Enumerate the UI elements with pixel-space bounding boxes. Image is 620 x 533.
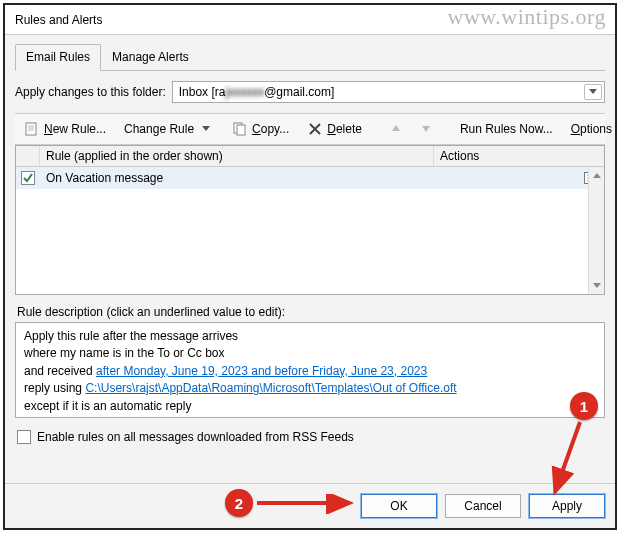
chevron-down-icon[interactable] <box>584 84 602 100</box>
folder-value: Inbox [rajxxxxxx@gmail.com] <box>179 85 335 99</box>
scroll-up-icon <box>593 173 601 179</box>
tab-email-rules[interactable]: Email Rules <box>15 44 101 71</box>
rule-list-header: Rule (applied in the order shown) Action… <box>16 146 604 167</box>
column-rule-header[interactable]: Rule (applied in the order shown) <box>40 146 434 166</box>
desc-line3: and received after Monday, June 19, 2023… <box>24 363 596 380</box>
run-rules-now-button[interactable]: Run Rules Now... <box>453 119 560 139</box>
copy-rule-button[interactable]: Copy... <box>225 118 296 140</box>
dialog-footer: OK Cancel Apply <box>5 483 615 528</box>
dialog-content: Email Rules Manage Alerts Apply changes … <box>5 35 615 483</box>
table-row[interactable]: On Vacation message <box>16 167 604 189</box>
options-button[interactable]: Options <box>564 119 619 139</box>
window-title: Rules and Alerts <box>15 13 102 27</box>
chevron-down-icon <box>198 121 214 137</box>
rule-checked-icon[interactable] <box>20 170 36 186</box>
vertical-scrollbar[interactable] <box>588 168 604 294</box>
desc-line1: Apply this rule after the message arrive… <box>24 328 596 345</box>
arrow-up-icon <box>388 121 404 137</box>
scroll-down-icon <box>593 283 601 289</box>
rule-list: Rule (applied in the order shown) Action… <box>15 145 605 295</box>
rules-and-alerts-dialog: Rules and Alerts Email Rules Manage Aler… <box>3 3 617 530</box>
desc-line5: except if it is an automatic reply <box>24 398 596 415</box>
titlebar: Rules and Alerts <box>5 5 615 35</box>
column-actions-header[interactable]: Actions <box>434 146 604 166</box>
desc-line2: where my name is in the To or Cc box <box>24 345 596 362</box>
copy-icon <box>232 121 248 137</box>
folder-label: Apply changes to this folder: <box>15 85 166 99</box>
apply-button[interactable]: Apply <box>529 494 605 518</box>
template-path-link[interactable]: C:\Users\rajst\AppData\Roaming\Microsoft… <box>85 381 456 395</box>
arrow-down-icon <box>418 121 434 137</box>
new-rule-button[interactable]: New Rule... <box>17 118 113 140</box>
cancel-button[interactable]: Cancel <box>445 494 521 518</box>
svg-rect-0 <box>26 123 36 135</box>
new-rule-icon <box>24 121 40 137</box>
desc-line4: reply using C:\Users\rajst\AppData\Roami… <box>24 380 596 397</box>
rules-toolbar: New Rule... Change Rule Copy... Delete <box>15 113 605 145</box>
rule-name: On Vacation message <box>40 171 434 185</box>
folder-row: Apply changes to this folder: Inbox [raj… <box>15 81 605 103</box>
svg-rect-5 <box>237 125 245 135</box>
delete-rule-button[interactable]: Delete <box>300 118 369 140</box>
folder-dropdown[interactable]: Inbox [rajxxxxxx@gmail.com] <box>172 81 605 103</box>
tab-strip: Email Rules Manage Alerts <box>15 43 605 71</box>
delete-icon <box>307 121 323 137</box>
move-down-button[interactable] <box>413 118 439 140</box>
move-up-button[interactable] <box>383 118 409 140</box>
date-range-link[interactable]: after Monday, June 19, 2023 and before F… <box>96 364 427 378</box>
tab-manage-alerts[interactable]: Manage Alerts <box>101 44 200 71</box>
ok-button[interactable]: OK <box>361 494 437 518</box>
rss-row: Enable rules on all messages downloaded … <box>17 430 605 444</box>
description-label: Rule description (click an underlined va… <box>17 305 605 319</box>
rss-label: Enable rules on all messages downloaded … <box>37 430 354 444</box>
rss-checkbox[interactable] <box>17 430 31 444</box>
description-box: Apply this rule after the message arrive… <box>15 322 605 418</box>
change-rule-button[interactable]: Change Rule <box>117 118 221 140</box>
